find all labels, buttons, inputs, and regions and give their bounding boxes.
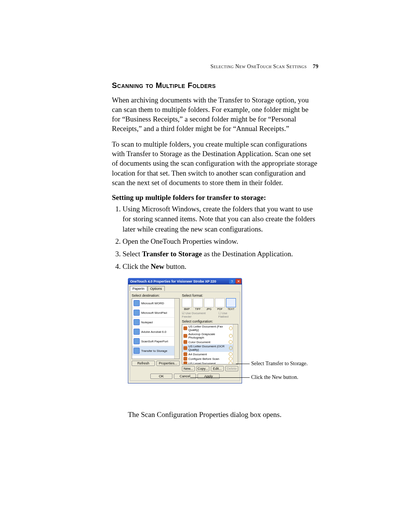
- properties-button[interactable]: Properties...: [156, 361, 180, 366]
- dest-item: Microsoft WORD: [132, 299, 179, 308]
- bold-text: New: [151, 262, 164, 270]
- label-destination: Select destination:: [132, 294, 180, 297]
- chk-flatbed[interactable]: Use Flatbed: [218, 312, 238, 318]
- lock-icon: [229, 340, 233, 344]
- chk-feeder[interactable]: Use Document Feeder: [182, 312, 216, 318]
- format-tiff[interactable]: [193, 298, 203, 307]
- dest-item: Adobe Acrobat 6.0: [132, 327, 179, 337]
- destination-list[interactable]: Microsoft WORD Microsoft WordPad Notepad…: [132, 298, 180, 359]
- help-button[interactable]: ?: [229, 279, 235, 284]
- body-column: Scanning to Multiple Folders When archiv…: [112, 81, 317, 274]
- lock-icon: [229, 326, 233, 330]
- app-icon: [134, 300, 140, 306]
- app-icon: [134, 348, 140, 354]
- label-format: Select format:: [182, 294, 238, 297]
- format-row: [182, 298, 238, 307]
- tab-panel: Select destination: Microsoft WORD Micro…: [130, 292, 240, 381]
- callout-text: Click the New button.: [251, 374, 298, 380]
- doc-icon: [183, 357, 187, 361]
- callout-text: Select Transfer to Storage.: [251, 361, 308, 366]
- section-heading: Scanning to Multiple Folders: [112, 81, 317, 90]
- lock-icon: [229, 361, 233, 364]
- ok-button[interactable]: OK: [150, 374, 172, 379]
- format-pdf[interactable]: [215, 298, 225, 307]
- titlebar: OneTouch 4.0 Properties for Visioneer St…: [128, 278, 242, 284]
- format-text[interactable]: [226, 298, 236, 307]
- config-item: A4 Document: [182, 352, 238, 356]
- step-item: Open the OneTouch Properties window.: [123, 236, 317, 247]
- config-item: Autocrop Grayscale Photograph: [182, 332, 238, 340]
- config-item: US Letter Document (OCR Quality): [182, 344, 238, 352]
- scrollbar[interactable]: [233, 324, 238, 364]
- doc-icon: [183, 352, 187, 356]
- config-list[interactable]: US Letter Document (Fax Quality) Autocro…: [182, 324, 238, 364]
- callout-new: Click the New button.: [251, 374, 298, 380]
- dialog-screenshot: OneTouch 4.0 Properties for Visioneer St…: [128, 278, 242, 383]
- text: button.: [164, 262, 186, 270]
- dest-item-transfer-to-storage: Transfer to Storage: [132, 346, 179, 356]
- tab-strip: PaperIn Options: [130, 286, 240, 291]
- tab-options[interactable]: Options: [148, 286, 165, 291]
- page-number: 79: [313, 64, 319, 69]
- feeder-options: Use Document Feeder Use Flatbed: [182, 312, 238, 318]
- new-button[interactable]: New...: [182, 366, 195, 371]
- dest-item: Microsoft WordPad: [132, 308, 179, 318]
- lock-icon: [229, 334, 233, 338]
- config-item: Configure Before Scan: [182, 356, 238, 361]
- callout-transfer: Select Transfer to Storage.: [251, 361, 308, 367]
- app-icon: [134, 310, 140, 316]
- bold-text: Transfer to Storage: [142, 250, 202, 258]
- page: Selecting New OneTouch Scan Settings 79 …: [0, 0, 411, 532]
- step-list: Using Microsoft Windows, create the fold…: [112, 204, 317, 272]
- doc-icon: [183, 340, 187, 344]
- app-icon: [134, 338, 140, 344]
- doc-icon: [183, 334, 187, 338]
- doc-icon: [183, 346, 187, 350]
- running-header-text: Selecting New OneTouch Scan Settings: [210, 64, 307, 69]
- app-icon: [134, 329, 140, 335]
- after-paragraph: The Scan Configuration Properties dialog…: [128, 411, 282, 419]
- paragraph: When archiving documents with the Transf…: [112, 95, 317, 133]
- step-item: Using Microsoft Windows, create the fold…: [123, 204, 317, 235]
- format-labels: BMP TIFF JPG PDF TEXT: [182, 308, 238, 310]
- running-header: Selecting New OneTouch Scan Settings 79: [210, 64, 319, 70]
- edit-button[interactable]: Edit...: [211, 366, 224, 371]
- refresh-button[interactable]: Refresh: [132, 361, 155, 366]
- text: Click the: [123, 262, 151, 270]
- tab-paperin[interactable]: PaperIn: [130, 286, 147, 291]
- close-button[interactable]: ✕: [236, 279, 241, 284]
- text: Select: [123, 250, 142, 258]
- config-item: US Letter Document (Fax Quality): [182, 324, 238, 332]
- doc-icon: [183, 326, 187, 330]
- apply-button[interactable]: Apply: [198, 374, 220, 379]
- cancel-button[interactable]: Cancel: [174, 374, 196, 379]
- label-config: Select configuration:: [182, 320, 238, 323]
- format-bmp[interactable]: [182, 298, 192, 307]
- lock-icon: [229, 346, 233, 350]
- step-item: Click the New button.: [123, 262, 317, 272]
- dest-item: ScanSoft PaperPort: [132, 337, 179, 346]
- copy-button[interactable]: Copy...: [196, 366, 209, 371]
- lock-icon: [229, 357, 233, 361]
- subheading: Setting up multiple folders for transfer…: [112, 193, 317, 202]
- doc-icon: [183, 361, 187, 364]
- config-item: US Legal Document: [182, 361, 238, 364]
- format-jpg[interactable]: [204, 298, 214, 307]
- text: as the Destination Application.: [202, 250, 293, 258]
- app-icon: [134, 319, 140, 325]
- scrollbar[interactable]: [174, 299, 179, 359]
- delete-button[interactable]: Delete: [225, 366, 238, 371]
- lock-icon: [229, 352, 233, 356]
- dest-item: Notepad: [132, 318, 179, 327]
- step-item: Select Transfer to Storage as the Destin…: [123, 249, 317, 259]
- config-item: Color Document: [182, 340, 238, 344]
- paragraph: To scan to multiple folders, you create …: [112, 139, 317, 187]
- dialog-title: OneTouch 4.0 Properties for Visioneer St…: [130, 280, 216, 283]
- dialog-body: PaperIn Options Select destination: Micr…: [128, 284, 242, 383]
